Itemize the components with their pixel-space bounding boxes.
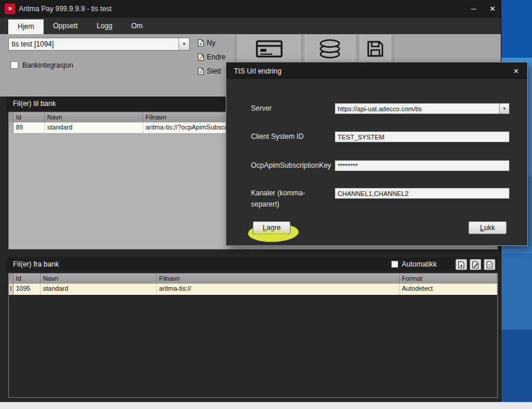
card-icon [256, 40, 283, 58]
title-bar: » Aritma Pay 999.9.9.9 - tis test ─ ✕ [0, 0, 501, 18]
new-file-icon [197, 39, 204, 47]
chevron-down-icon[interactable]: ▾ [179, 38, 189, 50]
client-system-id-input[interactable] [335, 132, 509, 142]
files-from-bank-grid: Id Navn Filnavn Format I 1095 standard a… [8, 273, 498, 398]
minimize-button[interactable]: ─ [466, 0, 481, 18]
save-button-label: Lagre [263, 224, 281, 232]
server-select[interactable]: ▾ [335, 103, 510, 114]
server-input[interactable] [335, 104, 499, 114]
client-system-id-field[interactable] [335, 131, 510, 142]
delete-button[interactable]: Slett [197, 65, 221, 78]
subscription-key-input[interactable] [335, 161, 509, 171]
screen: » Aritma Pay 999.9.9.9 - tis test ─ ✕ Hj… [0, 0, 532, 409]
dialog-close-icon[interactable]: ✕ [510, 62, 523, 80]
window-title: Aritma Pay 999.9.9.9 - tis test [19, 0, 111, 18]
tab-logg[interactable]: Logg [87, 18, 122, 34]
cell-id: 1095 [14, 284, 41, 295]
delete-file-icon [197, 67, 204, 75]
lukk-button[interactable]: Lukk [468, 221, 507, 234]
edit-button[interactable]: Endre [197, 51, 226, 64]
save-floppy-icon [366, 40, 384, 58]
cell-navn: standard [45, 122, 143, 133]
edit-file-icon [472, 261, 479, 269]
table-row[interactable]: I 1095 standard aritma-tis:// Autodetect [9, 284, 497, 295]
profile-select[interactable]: tis test [1094] ▾ [8, 38, 190, 51]
app-logo-icon: » [5, 4, 15, 14]
coins-stack-icon [318, 39, 342, 59]
files-from-bank-header: Fil(er) fra bank Automatikk [6, 257, 498, 271]
tab-oppsett[interactable]: Oppsett [44, 18, 87, 34]
save-button[interactable]: Lagre [253, 221, 290, 234]
cell-navn: standard [41, 284, 157, 295]
save-button-toolbar[interactable] [360, 35, 391, 62]
row-edit-indicator: I [9, 284, 14, 295]
subscription-key-label: OcpApimSubscriptionKey [251, 160, 333, 171]
edit-button-label: Endre [207, 53, 226, 61]
edit-file-icon [197, 53, 204, 61]
tis-url-dialog: TIS Url endring ✕ Server ▾ Client System… [226, 62, 528, 246]
dialog-title-bar: TIS Url endring ✕ [226, 62, 527, 80]
channels-label: Kanaler (komma-separert) [251, 188, 333, 199]
cell-format: Autodetect [399, 284, 497, 295]
new-button-label: Ny [207, 39, 216, 47]
automatic-label: Automatikk [402, 257, 437, 271]
lukk-button-label: Lukk [480, 224, 495, 232]
column-header-filnavn[interactable]: Filnavn [157, 274, 399, 284]
column-header-id[interactable]: Id [14, 274, 41, 284]
column-header-id[interactable]: Id [14, 112, 45, 122]
files-to-bank-title: Fil(er) til bank [13, 97, 56, 111]
add-file-button[interactable] [455, 259, 467, 270]
cell-id: 89 [14, 122, 45, 133]
row-indicator-header [9, 112, 14, 122]
menu-bar: Hjem Oppsett Logg Om [0, 18, 501, 34]
row-indicator-header [9, 274, 14, 284]
row-indicator [9, 122, 14, 133]
subscription-key-field[interactable] [335, 160, 510, 171]
view-file-button[interactable] [484, 259, 495, 270]
taskbar[interactable] [0, 402, 532, 409]
new-button[interactable]: Ny [197, 36, 216, 49]
cell-filnavn: aritma-tis:// [157, 284, 399, 295]
card-payment-button[interactable] [238, 35, 300, 62]
server-label: Server [251, 103, 333, 114]
tab-hjem[interactable]: Hjem [8, 19, 44, 34]
bank-integration-checkbox[interactable] [11, 61, 18, 69]
chevron-down-icon[interactable]: ▾ [499, 104, 509, 114]
close-button[interactable]: ✕ [485, 0, 500, 18]
tab-om[interactable]: Om [122, 18, 152, 34]
column-header-format[interactable]: Format [399, 274, 497, 284]
column-header-navn[interactable]: Navn [45, 112, 143, 122]
delete-button-label: Slett [207, 67, 221, 75]
file-icon [486, 261, 493, 269]
column-header-navn[interactable]: Navn [41, 274, 157, 284]
bank-integration-label: Bankintegrasjon [22, 61, 73, 69]
channels-field[interactable] [335, 188, 510, 199]
profile-select-value: tis test [1094] [12, 38, 54, 50]
channels-input[interactable] [335, 188, 509, 198]
client-system-id-label: Client System ID [251, 131, 333, 142]
automatic-checkbox[interactable] [391, 261, 398, 268]
splitter-grip[interactable]: ····· [239, 250, 268, 255]
coins-button[interactable] [305, 35, 355, 62]
add-file-icon [458, 261, 465, 269]
dialog-title: TIS Url endring [234, 62, 282, 80]
grid-header-row: Id Navn Filnavn Format [9, 274, 497, 284]
files-from-bank-title: Fil(er) fra bank [13, 257, 59, 271]
edit-file-button[interactable] [470, 259, 481, 270]
